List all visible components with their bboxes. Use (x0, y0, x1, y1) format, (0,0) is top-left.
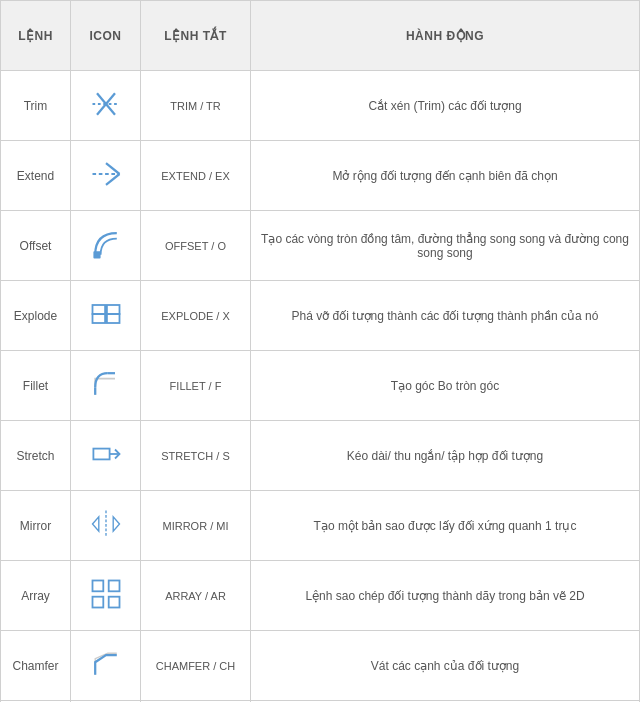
cell-lenhtat: TRIM / TR (141, 71, 251, 141)
table-row: Fillet FILLET / FTạo góc Bo tròn góc (1, 351, 640, 421)
cell-hanhdong: Tạo một bản sao được lấy đối xứng quanh … (251, 491, 640, 561)
svg-rect-10 (106, 314, 119, 323)
svg-rect-20 (92, 597, 103, 608)
cell-lenh: Chamfer (1, 631, 71, 701)
mirror-icon (88, 506, 124, 545)
cell-lenh: Trim (1, 71, 71, 141)
cell-lenhtat: MIRROR / MI (141, 491, 251, 561)
table-row: Array ARRAY / ARLệnh sao chép đối tượng … (1, 561, 640, 631)
cell-icon (71, 281, 141, 351)
cell-icon (71, 351, 141, 421)
cell-lenhtat: STRETCH / S (141, 421, 251, 491)
cell-icon (71, 561, 141, 631)
cell-hanhdong: Cắt xén (Trim) các đối tượng (251, 71, 640, 141)
svg-rect-13 (93, 449, 109, 460)
table-row: Offset OFFSET / OTạo các vòng tròn đồng … (1, 211, 640, 281)
svg-marker-17 (113, 517, 119, 531)
svg-line-4 (106, 163, 120, 174)
cell-hanhdong: Kéo dài/ thu ngắn/ tập hợp đối tượng (251, 421, 640, 491)
cell-lenh: Fillet (1, 351, 71, 421)
table-row: Explode EXPLODE / XPhá vỡ đối tượng thàn… (1, 281, 640, 351)
stretch-icon (88, 436, 124, 475)
cell-hanhdong: Mở rộng đối tượng đến cạnh biên đã chọn (251, 141, 640, 211)
cell-icon (71, 631, 141, 701)
svg-rect-6 (93, 251, 100, 258)
cell-lenhtat: CHAMFER / CH (141, 631, 251, 701)
table-row: Stretch STRETCH / SKéo dài/ thu ngắn/ tậ… (1, 421, 640, 491)
cell-hanhdong: Tạo góc Bo tròn góc (251, 351, 640, 421)
header-lenh: LỆNH (1, 1, 71, 71)
svg-rect-9 (106, 305, 119, 314)
cell-icon (71, 141, 141, 211)
cell-lenhtat: OFFSET / O (141, 211, 251, 281)
table-row: Mirror MIRROR / MITạo một bản sao được l… (1, 491, 640, 561)
cell-hanhdong: Lệnh sao chép đối tượng thành dãy trong … (251, 561, 640, 631)
explode-icon (88, 296, 124, 335)
cell-lenhtat: ARRAY / AR (141, 561, 251, 631)
fillet-icon (88, 366, 124, 405)
svg-marker-16 (92, 517, 98, 531)
cell-hanhdong: Phá vỡ đối tượng thành các đối tượng thà… (251, 281, 640, 351)
header-icon: ICON (71, 1, 141, 71)
offset-icon (88, 226, 124, 265)
cell-lenh: Array (1, 561, 71, 631)
svg-rect-8 (92, 314, 105, 323)
table-row: Trim TRIM / TRCắt xén (Trim) các đối tượ… (1, 71, 640, 141)
cell-lenh: Extend (1, 141, 71, 211)
cell-icon (71, 71, 141, 141)
cell-lenh: Explode (1, 281, 71, 351)
trim-icon (88, 86, 124, 125)
svg-rect-21 (108, 597, 119, 608)
cell-lenh: Mirror (1, 491, 71, 561)
svg-rect-18 (92, 581, 103, 592)
cell-icon (71, 211, 141, 281)
cell-lenh: Offset (1, 211, 71, 281)
chamfer-icon (88, 646, 124, 685)
table-row: Chamfer CHAMFER / CHVát các cạnh của đối… (1, 631, 640, 701)
header-lenhtat: LỆNH TẮT (141, 1, 251, 71)
cell-icon (71, 491, 141, 561)
cell-hanhdong: Vát các cạnh của đối tượng (251, 631, 640, 701)
svg-rect-19 (108, 581, 119, 592)
svg-line-5 (106, 174, 120, 185)
cell-lenhtat: EXTEND / EX (141, 141, 251, 211)
svg-rect-7 (92, 305, 105, 314)
array-icon (88, 576, 124, 615)
cell-lenh: Stretch (1, 421, 71, 491)
table-row: Extend EXTEND / EXMở rộng đối tượng đến … (1, 141, 640, 211)
extend-icon (88, 156, 124, 195)
commands-table: LỆNH ICON LỆNH TẮT HÀNH ĐỘNG Trim TRIM /… (0, 0, 640, 702)
cell-lenhtat: FILLET / F (141, 351, 251, 421)
cell-icon (71, 421, 141, 491)
cell-hanhdong: Tạo các vòng tròn đồng tâm, đường thẳng … (251, 211, 640, 281)
header-hanhdong: HÀNH ĐỘNG (251, 1, 640, 71)
cell-lenhtat: EXPLODE / X (141, 281, 251, 351)
